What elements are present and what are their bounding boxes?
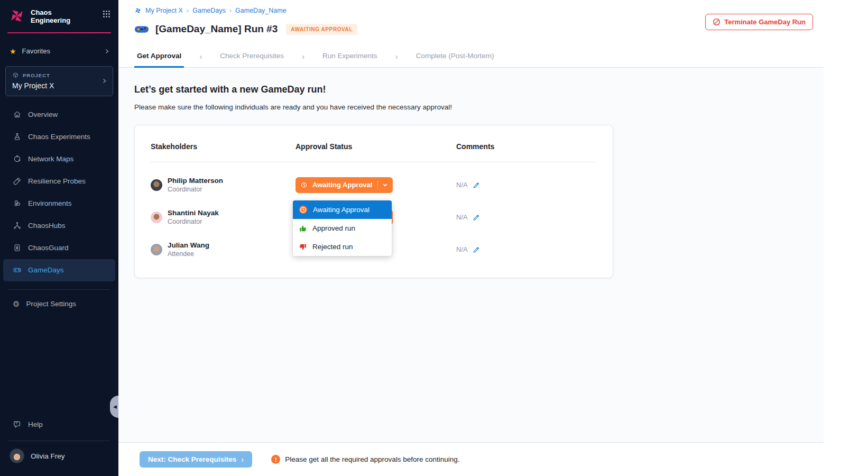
menu-item-rejected-run[interactable]: Rejected run xyxy=(293,237,392,256)
network-map-icon xyxy=(13,154,22,163)
right-gutter xyxy=(824,0,868,476)
collapse-arrow-icon: ◀ xyxy=(113,405,117,409)
chevron-right-icon xyxy=(101,78,107,84)
sidebar-item-gamedays[interactable]: GameDays xyxy=(3,259,115,281)
sidebar-divider xyxy=(8,289,110,290)
sidebar-item-favorites[interactable]: ★ Favorites xyxy=(10,45,110,58)
brand-title: Chaos Engineering xyxy=(31,7,70,25)
page-header: My Project X › GameDays › GameDay_Name [… xyxy=(118,0,824,45)
menu-item-label: Approved run xyxy=(312,224,355,232)
menu-item-label: Awaiting Approval xyxy=(313,206,370,214)
terminate-gameday-run-button[interactable]: Terminate GameDay Run xyxy=(705,14,813,30)
tab-separator-chevron: › xyxy=(302,45,304,67)
menu-item-approved-run[interactable]: Approved run xyxy=(293,219,392,237)
brand-accent-divider xyxy=(7,32,111,33)
nav-label: Help xyxy=(28,420,43,428)
stepper-tabs: Get Approval › Check Prerequisites › Run… xyxy=(118,45,824,68)
module-switcher-grid-icon[interactable] xyxy=(102,10,111,21)
next-label: Next: Check Prerequisites xyxy=(148,455,236,463)
table-header-row: Stakeholders Approval Status Comments xyxy=(151,142,597,151)
page-content: Let’s get started with a new GameDay run… xyxy=(118,68,824,442)
sidebar-header: Chaos Engineering xyxy=(0,0,118,31)
tab-separator-chevron: › xyxy=(395,45,398,67)
breadcrumb-gameday-name[interactable]: GameDay_Name xyxy=(235,7,287,14)
home-icon xyxy=(13,110,22,119)
comment-cell: N/A xyxy=(456,245,597,253)
project-label: PROJECT xyxy=(23,72,50,78)
sidebar-item-network-maps[interactable]: Network Maps xyxy=(3,148,115,170)
lock-icon xyxy=(13,243,22,252)
chaos-engineering-logo-icon xyxy=(8,7,25,24)
sidebar-bottom: ? Help Olivia Frey xyxy=(0,413,118,476)
awaiting-clock-icon xyxy=(300,181,308,189)
sidebar-item-help[interactable]: ? Help xyxy=(3,413,115,435)
sidebar-collapse-handle[interactable]: ◀ xyxy=(110,396,118,418)
tab-label: Run Experiments xyxy=(322,52,377,60)
stakeholder-name: Shantini Nayak xyxy=(168,208,219,217)
probe-icon xyxy=(13,177,22,186)
stakeholders-card: Stakeholders Approval Status Comments Ph… xyxy=(134,125,613,278)
menu-item-label: Rejected run xyxy=(312,243,353,251)
tab-run-experiments[interactable]: Run Experiments xyxy=(320,45,380,68)
gamepad-icon xyxy=(13,266,22,274)
sidebar-item-project-settings[interactable]: ⚙ Project Settings xyxy=(3,293,115,315)
tab-check-prerequisites[interactable]: Check Prerequisites xyxy=(217,45,287,68)
stakeholder-cell: Julian Wang Attendee xyxy=(151,241,296,258)
nav-label: Environments xyxy=(28,199,72,207)
approval-warning: ! Please get all the required approvals … xyxy=(271,455,459,464)
tab-complete-post-mortem[interactable]: Complete (Post-Mortem) xyxy=(413,45,497,68)
nav-label: Resilience Probes xyxy=(28,177,86,185)
user-profile[interactable]: Olivia Frey xyxy=(0,441,118,476)
content-heading: Let’s get started with a new GameDay run… xyxy=(134,83,824,96)
stakeholder-name: Philip Matterson xyxy=(168,176,223,185)
avatar xyxy=(151,244,162,255)
breadcrumb-project[interactable]: My Project X xyxy=(145,7,183,14)
sidebar-item-resilience-probes[interactable]: Resilience Probes xyxy=(3,170,115,193)
edit-comment-pencil-icon[interactable] xyxy=(473,214,480,221)
nav-label: Project Settings xyxy=(26,300,76,308)
prohibit-icon xyxy=(713,18,721,26)
stakeholder-name: Julian Wang xyxy=(168,241,209,250)
nav-label: ChaosHubs xyxy=(28,222,66,230)
approval-status-dropdown-button[interactable]: Awaiting Approval xyxy=(296,177,393,193)
favorites-label: Favorites xyxy=(22,47,50,55)
sidebar-item-chaoshubs[interactable]: ChaosHubs xyxy=(3,215,115,237)
gameday-gamepad-icon xyxy=(134,25,149,34)
stakeholder-role: Coordinator xyxy=(168,217,219,226)
menu-item-awaiting-approval[interactable]: Awaiting Approval xyxy=(293,200,392,219)
column-stakeholders: Stakeholders xyxy=(151,142,296,151)
project-selector[interactable]: PROJECT My Project X xyxy=(5,66,113,96)
edit-comment-pencil-icon[interactable] xyxy=(473,246,480,253)
comment-cell: N/A xyxy=(456,181,597,189)
next-check-prerequisites-button[interactable]: Next: Check Prerequisites › xyxy=(140,451,252,468)
column-comments: Comments xyxy=(456,142,597,151)
comment-cell: N/A xyxy=(456,213,597,221)
awaiting-clock-icon xyxy=(299,205,308,214)
breadcrumb-logo-icon xyxy=(134,7,142,14)
sidebar-item-overview[interactable]: Overview xyxy=(3,104,115,126)
thumbs-up-icon xyxy=(299,224,307,233)
breadcrumb-separator: › xyxy=(187,6,189,14)
status-badge: AWAITING APPROVAL xyxy=(286,24,357,35)
stakeholder-role: Coordinator xyxy=(168,185,223,194)
edit-comment-pencil-icon[interactable] xyxy=(473,181,480,189)
nav-label: ChaosGuard xyxy=(28,244,69,252)
nav-label: Overview xyxy=(28,111,58,118)
status-cell: Awaiting Approval xyxy=(296,177,456,193)
comment-value: N/A xyxy=(456,245,468,253)
warning-text: Please get all the required approvals be… xyxy=(285,455,459,463)
breadcrumb-gamedays[interactable]: GameDays xyxy=(192,7,226,14)
chevron-down-icon xyxy=(382,182,388,188)
avatar xyxy=(151,179,162,191)
column-approval-status: Approval Status xyxy=(296,142,456,151)
status-label: Awaiting Approval xyxy=(312,181,373,189)
sidebar-item-chaos-experiments[interactable]: Chaos Experiments xyxy=(3,126,115,148)
comment-value: N/A xyxy=(456,213,468,221)
tab-get-approval[interactable]: Get Approval xyxy=(134,45,184,68)
footer-bar: Next: Check Prerequisites › ! Please get… xyxy=(118,442,824,476)
sidebar-item-environments[interactable]: Environments xyxy=(3,193,115,215)
brand-line2: Engineering xyxy=(31,16,70,24)
terminate-label: Terminate GameDay Run xyxy=(724,18,806,26)
sidebar-item-chaosguard[interactable]: ChaosGuard xyxy=(3,237,115,259)
stakeholder-role: Attendee xyxy=(168,250,209,258)
